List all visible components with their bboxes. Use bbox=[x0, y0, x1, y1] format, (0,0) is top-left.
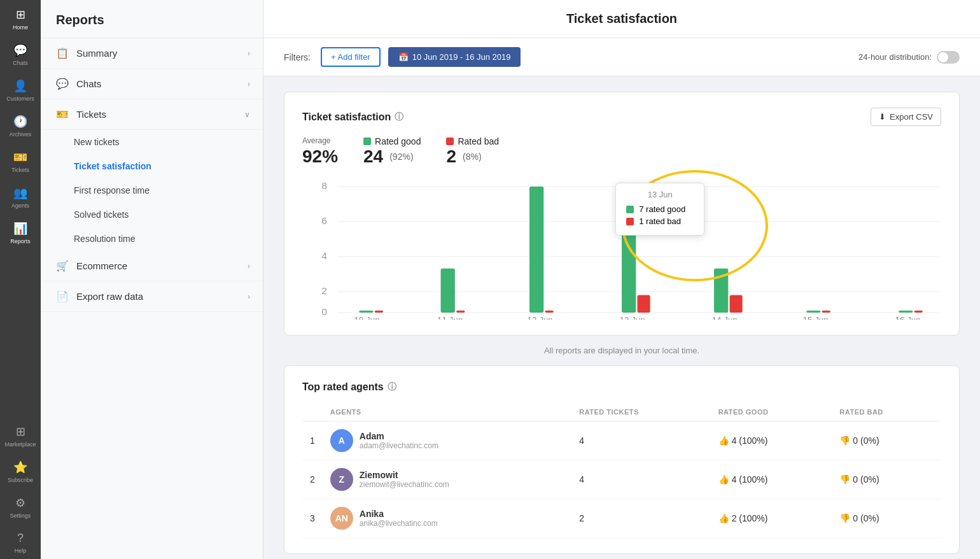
sidebar-item-subscribe[interactable]: ⭐ Subscribe bbox=[0, 453, 41, 488]
home-icon: ⊞ bbox=[16, 8, 25, 22]
distribution-toggle-area: 24-hour distribution: bbox=[858, 51, 960, 64]
tickets-chevron-icon: ∨ bbox=[244, 110, 250, 119]
sidebar-item-chats[interactable]: 💬 Chats bbox=[0, 36, 41, 71]
svg-rect-16 bbox=[529, 187, 543, 313]
top-agents-title: Top rated agents ⓘ bbox=[302, 381, 941, 393]
chats-nav-icon: 💬 bbox=[56, 78, 69, 90]
marketplace-label: Marketplace bbox=[4, 441, 36, 448]
sidebar-item-ecommerce[interactable]: 🛒 Ecommerce › bbox=[41, 251, 263, 281]
tooltip-rated-bad: 1 rated bad bbox=[639, 216, 681, 226]
sub-item-resolution-time[interactable]: Resolution time bbox=[41, 227, 263, 251]
sub-item-new-tickets[interactable]: New tickets bbox=[41, 130, 263, 154]
sub-item-ticket-satisfaction[interactable]: Ticket satisfaction bbox=[41, 154, 263, 178]
sidebar-item-tickets-nav[interactable]: 🎫 Tickets ∨ bbox=[41, 99, 263, 130]
settings-label: Settings bbox=[10, 513, 31, 519]
tooltip-bad-dot bbox=[626, 218, 634, 225]
rated-good-stat: Rated good 24 (92%) bbox=[363, 136, 421, 167]
sidebar-item-help[interactable]: ? Help bbox=[0, 524, 41, 559]
summary-icon: 📋 bbox=[56, 47, 69, 59]
rank-cell: 3 bbox=[302, 499, 323, 538]
sub-item-first-response-time[interactable]: First response time bbox=[41, 178, 263, 202]
rated-good-value: 24 bbox=[363, 146, 383, 167]
svg-rect-20 bbox=[638, 295, 650, 313]
svg-rect-22 bbox=[714, 269, 728, 313]
chats-label: Chats bbox=[13, 60, 28, 66]
reports-label: Reports bbox=[10, 238, 31, 244]
sidebar-item-agents[interactable]: 👥 Agents bbox=[0, 178, 41, 214]
add-filter-button[interactable]: + Add filter bbox=[321, 47, 381, 67]
rated-good-cell: 👍4 (100%) bbox=[711, 421, 832, 460]
subscribe-icon: ⭐ bbox=[13, 460, 27, 474]
svg-text:15 Jun: 15 Jun bbox=[802, 316, 828, 320]
svg-text:10 Jun: 10 Jun bbox=[354, 316, 379, 320]
sidebar-item-customers[interactable]: 👤 Customers bbox=[0, 71, 41, 107]
tickets-sub-menu: New tickets Ticket satisfaction First re… bbox=[41, 130, 263, 251]
filters-label: Filters: bbox=[284, 52, 311, 62]
rated-tickets-cell: 2 bbox=[571, 499, 710, 538]
col-rank bbox=[302, 403, 323, 421]
main-header: Ticket satisfaction bbox=[263, 0, 980, 38]
col-rated-bad: RATED BAD bbox=[832, 403, 941, 421]
sidebar-item-chats-nav[interactable]: 💬 Chats › bbox=[41, 69, 263, 99]
sub-item-solved-tickets[interactable]: Solved tickets bbox=[41, 202, 263, 227]
chart-title: Ticket satisfaction ⓘ bbox=[302, 111, 403, 123]
calendar-icon: 📅 bbox=[398, 52, 409, 62]
tooltip-date: 13 Jun bbox=[626, 190, 694, 199]
sidebar-item-summary[interactable]: 📋 Summary › bbox=[41, 38, 263, 69]
rank-cell: 2 bbox=[302, 460, 323, 499]
rated-good-pct: (92%) bbox=[389, 152, 413, 162]
filters-bar: Filters: + Add filter 📅 10 Jun 2019 - 16… bbox=[263, 38, 980, 76]
chats-nav-label: Chats bbox=[76, 78, 101, 89]
agent-name: Ziemowit bbox=[360, 470, 449, 480]
ecommerce-chevron-icon: › bbox=[248, 262, 250, 271]
rated-bad-value: 2 bbox=[446, 146, 456, 167]
page-title: Ticket satisfaction bbox=[411, 11, 832, 26]
help-label: Help bbox=[15, 548, 27, 554]
svg-text:12 Jun: 12 Jun bbox=[528, 316, 553, 320]
sidebar-item-archives[interactable]: 🕐 Archives bbox=[0, 107, 41, 143]
export-csv-button[interactable]: ⬇ Export CSV bbox=[871, 108, 941, 126]
svg-text:14 Jun: 14 Jun bbox=[712, 316, 738, 320]
archives-label: Archives bbox=[10, 131, 32, 138]
marketplace-icon: ⊞ bbox=[16, 425, 25, 439]
info-icon[interactable]: ⓘ bbox=[395, 111, 403, 123]
agent-cell-2: AN Anika anika@livechatinc.com bbox=[323, 499, 571, 538]
sidebar-item-settings[interactable]: ⚙ Settings bbox=[0, 488, 41, 524]
rated-bad-cell: 👎0 (0%) bbox=[832, 460, 941, 499]
export-csv-label: Export CSV bbox=[890, 112, 933, 122]
local-time-note: All reports are displayed in your local … bbox=[284, 346, 960, 355]
main-content-area: Ticket satisfaction Filters: + Add filte… bbox=[263, 0, 980, 559]
sidebar: Reports 📋 Summary › 💬 Chats › 🎫 Tickets … bbox=[41, 0, 263, 559]
table-row: 3 AN Anika anika@livechatinc.com 2 👍2 (1… bbox=[302, 499, 941, 538]
summary-chevron-icon: › bbox=[248, 49, 250, 58]
settings-icon: ⚙ bbox=[15, 496, 25, 510]
svg-text:0: 0 bbox=[321, 306, 327, 317]
sidebar-item-export-raw-data[interactable]: 📄 Export raw data › bbox=[41, 281, 263, 312]
icon-bar: ⊞ Home 💬 Chats 👤 Customers 🕐 Archives 🎫 … bbox=[0, 0, 41, 559]
average-label: Average bbox=[302, 136, 338, 145]
distribution-toggle[interactable] bbox=[937, 51, 960, 64]
svg-rect-23 bbox=[730, 295, 743, 313]
svg-text:13 Jun: 13 Jun bbox=[620, 316, 645, 320]
agent-cell-1: Z Ziemowit ziemowit@livechatinc.com bbox=[323, 460, 571, 499]
rated-bad-label: Rated bad bbox=[458, 136, 499, 146]
table-row: 1 A Adam adam@livechatinc.com 4 👍4 (100%… bbox=[302, 421, 941, 460]
date-range-button[interactable]: 📅 10 Jun 2019 - 16 Jun 2019 bbox=[388, 47, 521, 67]
rated-good-cell: 👍4 (100%) bbox=[711, 460, 832, 499]
sidebar-item-home[interactable]: ⊞ Home bbox=[0, 0, 41, 36]
top-agents-info-icon[interactable]: ⓘ bbox=[388, 381, 396, 393]
chart-tooltip: 13 Jun 7 rated good 1 rated bad bbox=[615, 183, 704, 236]
agents-label: Agents bbox=[11, 202, 29, 209]
sidebar-item-tickets[interactable]: 🎫 Tickets bbox=[0, 143, 41, 178]
tooltip-rated-good: 7 rated good bbox=[639, 204, 685, 214]
sidebar-item-marketplace[interactable]: ⊞ Marketplace bbox=[0, 417, 41, 453]
svg-rect-17 bbox=[545, 311, 554, 313]
sidebar-item-reports[interactable]: 📊 Reports bbox=[0, 214, 41, 250]
subscribe-label: Subscribe bbox=[8, 477, 33, 483]
svg-rect-29 bbox=[914, 311, 923, 313]
summary-label: Summary bbox=[76, 48, 117, 59]
archives-icon: 🕐 bbox=[13, 115, 27, 129]
rated-tickets-cell: 4 bbox=[571, 460, 710, 499]
bad-dot bbox=[446, 138, 454, 145]
rated-tickets-cell: 4 bbox=[571, 421, 710, 460]
